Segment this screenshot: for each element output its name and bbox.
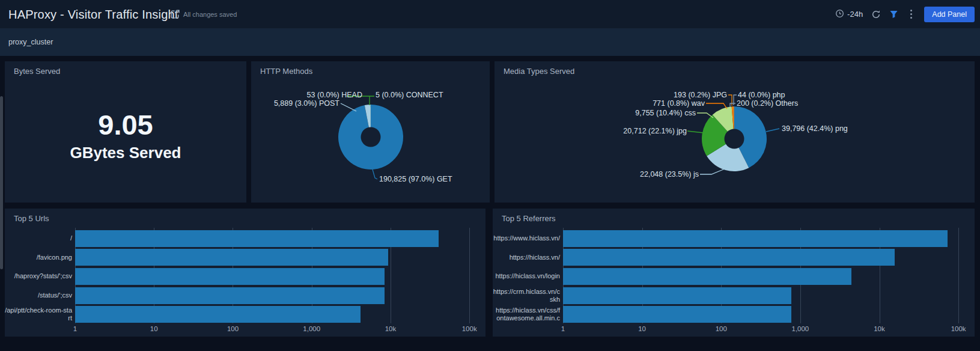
x-axis-tick: 1,000 — [303, 325, 320, 332]
filter-field-label: proxy_cluster — [8, 38, 53, 46]
header-controls: -24h Add Panel — [835, 0, 975, 28]
filter-bar: proxy_cluster * + — [0, 28, 980, 56]
label-leader-line — [700, 169, 725, 174]
clock-icon — [835, 9, 844, 20]
bar-5[interactable] — [563, 306, 791, 323]
bar-track — [75, 306, 479, 323]
bar-1[interactable] — [563, 230, 948, 247]
x-axis-tick: 1 — [561, 325, 565, 332]
bar-category-label: /api/ptt/check-room-start — [5, 307, 72, 322]
slice-label-wav: 771 (0.8%) wav — [653, 99, 705, 108]
bar-row: /haproxy?stats/';csv — [5, 267, 479, 286]
filter-funnel-icon[interactable] — [889, 10, 898, 19]
add-panel-button[interactable]: Add Panel — [924, 7, 975, 22]
x-axis-tick: 100 — [716, 325, 727, 332]
bar-category-label: / — [5, 234, 72, 242]
refresh-icon[interactable] — [871, 10, 881, 19]
panel-http-methods: HTTP Methods 53 (0.0%) HEAD 5 (0.0%) CON… — [251, 61, 490, 203]
label-leader-line — [766, 129, 779, 132]
bar-2[interactable] — [75, 249, 388, 266]
panel-title: HTTP Methods — [260, 67, 312, 76]
bar-5[interactable] — [75, 306, 361, 323]
bar-category-label: /haproxy?stats/';csv — [5, 272, 72, 280]
bar-row: https://www.hiclass.vn/ — [493, 229, 969, 248]
x-axis-tick: 10k — [874, 325, 885, 332]
slice-label-jpg-upper: 193 (0.2%) JPG — [674, 91, 727, 99]
panel-top-referrers: Top 5 Referrers https://www.hiclass.vn/h… — [493, 209, 975, 337]
bar-3[interactable] — [563, 268, 851, 285]
bar-row: https://hiclass.vn/login — [493, 267, 969, 286]
bar-category-label: /status/';csv — [5, 291, 72, 299]
bar-row: /favicon.png — [5, 248, 479, 267]
time-range-control[interactable]: -24h — [835, 9, 863, 20]
panel-title: Top 5 Referrers — [502, 214, 556, 223]
label-leader-line — [373, 169, 377, 179]
slice-label-php: 44 (0.0%) php — [738, 91, 785, 99]
bytes-served-value: 9.05 — [98, 110, 153, 139]
slice-label-connect: 5 (0.0%) CONNECT — [376, 91, 443, 99]
panel-title: Bytes Served — [14, 67, 60, 76]
slice-label-jpg: 20,712 (22.1%) jpg — [623, 127, 687, 135]
x-axis: 1101001,00010k100k — [563, 325, 969, 334]
slice-label-head: 53 (0.0%) HEAD — [307, 91, 362, 99]
bar-track — [563, 230, 969, 247]
bar-category-label: https://hiclass.vn/ — [493, 254, 560, 261]
x-axis-tick: 10 — [150, 325, 158, 332]
dashboard-app: HAProxy - Visitor Traffic Insight All ch… — [0, 0, 980, 351]
bar-category-label: https://crm.hiclass.vn/cskh — [493, 288, 560, 304]
page-title: HAProxy - Visitor Traffic Insight — [8, 7, 178, 21]
label-leader-line — [706, 103, 727, 109]
label-leader-line — [687, 131, 704, 133]
bar-4[interactable] — [75, 287, 385, 304]
media-types-donut-chart — [495, 61, 975, 203]
top-urls-bar-chart: //favicon.png/haproxy?stats/';csv/status… — [5, 224, 485, 337]
bar-4[interactable] — [563, 287, 791, 304]
bar-row: https://crm.hiclass.vn/cskh — [493, 286, 969, 305]
bar-track — [75, 287, 479, 304]
panel-top-urls: Top 5 Urls //favicon.png/haproxy?stats/'… — [5, 209, 485, 337]
x-axis-tick: 1,000 — [791, 325, 809, 332]
bytes-served-unit: GBytes Served — [70, 144, 181, 162]
slice-label-others: 200 (0.2%) Others — [737, 99, 798, 108]
save-status: All changes saved — [183, 11, 237, 18]
chart-rows: https://www.hiclass.vn/https://hiclass.v… — [493, 229, 969, 324]
slice-label-js: 22,048 (23.5%) js — [640, 170, 699, 179]
bar-track — [563, 268, 969, 285]
top-referrers-bar-chart: https://www.hiclass.vn/https://hiclass.v… — [493, 224, 975, 337]
bar-category-label: https://hiclass.vn/css/fontawesome.all.m… — [493, 307, 560, 322]
x-axis-tick: 1 — [73, 325, 77, 332]
bar-row: /api/ptt/check-room-start — [5, 305, 479, 324]
single-value-body: 9.05 GBytes Served — [5, 61, 246, 203]
bar-row: / — [5, 229, 479, 248]
bar-category-label: https://hiclass.vn/login — [493, 272, 560, 280]
x-axis-tick: 100k — [951, 325, 966, 332]
bar-category-label: /favicon.png — [5, 254, 72, 261]
more-options-icon[interactable] — [907, 8, 916, 20]
header-bar: HAProxy - Visitor Traffic Insight All ch… — [0, 0, 980, 28]
x-axis: 1101001,00010k100k — [75, 325, 479, 334]
share-icon[interactable] — [170, 9, 180, 22]
slice-label-post: 5,889 (3.0%) POST — [274, 99, 339, 108]
http-methods-donut-chart — [251, 61, 490, 203]
panel-bytes-served: Bytes Served 9.05 GBytes Served — [5, 61, 246, 203]
donut-hole — [725, 129, 744, 149]
bar-category-label: https://www.hiclass.vn/ — [493, 234, 560, 242]
x-axis-tick: 100 — [227, 325, 239, 332]
bar-track — [75, 249, 479, 266]
bar-row: https://hiclass.vn/ — [493, 248, 969, 267]
bar-row: https://hiclass.vn/css/fontawesome.all.m… — [493, 305, 969, 324]
time-range-value: -24h — [847, 10, 863, 19]
bar-3[interactable] — [75, 268, 385, 285]
scrollbar[interactable] — [0, 96, 3, 269]
bar-2[interactable] — [563, 249, 895, 266]
panel-title: Media Types Served — [504, 67, 574, 76]
x-axis-tick: 10k — [385, 325, 397, 332]
bar-1[interactable] — [75, 230, 439, 247]
x-axis-tick: 100k — [462, 325, 477, 332]
label-leader-line — [341, 103, 356, 111]
chart-rows: //favicon.png/haproxy?stats/';csv/status… — [5, 229, 479, 324]
bar-track — [75, 230, 479, 247]
bar-track — [75, 268, 479, 285]
bar-track — [563, 249, 969, 266]
slice-label-png: 39,796 (42.4%) png — [782, 124, 848, 133]
